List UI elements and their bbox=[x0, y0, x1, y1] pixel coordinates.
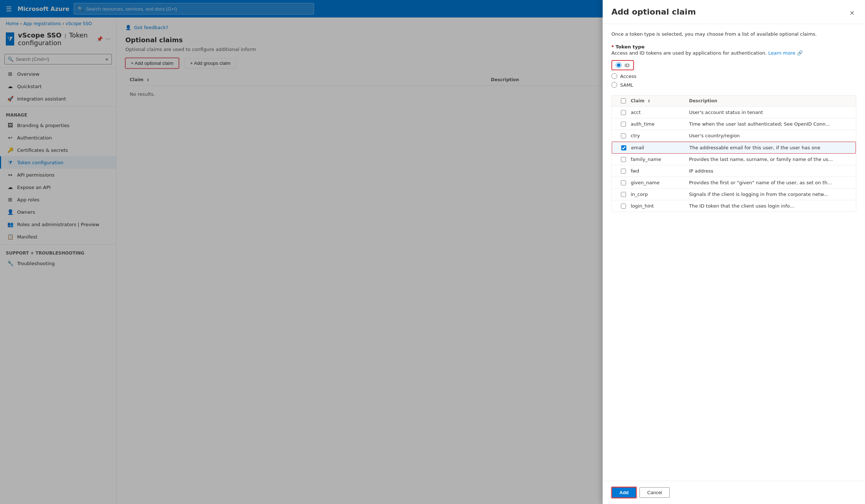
table-row-in-corp: in_corp Signals if the client is logging… bbox=[612, 189, 856, 200]
in-corp-label: in_corp bbox=[631, 192, 689, 197]
login-hint-label: login_hint bbox=[631, 203, 689, 209]
radio-access[interactable] bbox=[611, 73, 617, 79]
given-name-label: given_name bbox=[631, 180, 689, 185]
table-row-auth-time: auth_time Time when the user last authen… bbox=[612, 118, 856, 130]
radio-saml[interactable] bbox=[611, 82, 617, 88]
given-name-checkbox[interactable] bbox=[621, 180, 626, 185]
in-corp-desc: Signals if the client is logging in from… bbox=[689, 192, 852, 197]
ctry-desc: User's country/region bbox=[689, 133, 852, 138]
panel-col-desc: Description bbox=[689, 98, 852, 103]
family-name-desc: Provides the last name, surname, or fami… bbox=[689, 157, 852, 162]
header-checkbox-cell bbox=[616, 98, 631, 103]
family-name-checkbox[interactable] bbox=[621, 157, 626, 162]
required-asterisk: * bbox=[611, 44, 614, 50]
cancel-button[interactable]: Cancel bbox=[639, 487, 669, 498]
auth-time-checkbox-cell bbox=[616, 122, 631, 127]
acct-checkbox[interactable] bbox=[621, 110, 626, 115]
table-row-ctry: ctry User's country/region bbox=[612, 130, 856, 142]
add-optional-claim-panel: Add optional claim × Once a token type i… bbox=[603, 0, 865, 504]
table-row-login-hint: login_hint The ID token that the client … bbox=[612, 200, 856, 212]
ctry-label: ctry bbox=[631, 133, 689, 138]
panel-title: Add optional claim bbox=[611, 7, 696, 16]
radio-access-label: Access bbox=[620, 74, 637, 79]
token-type-label: * Token type bbox=[611, 44, 856, 50]
email-checkbox[interactable] bbox=[621, 145, 626, 150]
claims-table-header-row: Claim ↕ Description bbox=[612, 95, 856, 107]
panel-col-claim: Claim ↕ bbox=[631, 98, 689, 103]
token-type-section: * Token type Access and ID tokens are us… bbox=[611, 44, 856, 88]
fwd-checkbox-cell bbox=[616, 169, 631, 174]
in-corp-checkbox[interactable] bbox=[621, 192, 626, 197]
radio-item-saml[interactable]: SAML bbox=[611, 82, 856, 88]
learn-more-link[interactable]: Learn more 🔗 bbox=[768, 50, 803, 56]
token-type-desc: Access and ID tokens are used by applica… bbox=[611, 50, 856, 56]
email-checkbox-cell bbox=[617, 145, 631, 150]
table-row-email: email The addressable email for this use… bbox=[612, 142, 856, 154]
ctry-checkbox[interactable] bbox=[621, 133, 626, 138]
acct-checkbox-cell bbox=[616, 110, 631, 115]
table-row-fwd: fwd IP address bbox=[612, 165, 856, 177]
panel-sort-icon[interactable]: ↕ bbox=[647, 99, 650, 103]
ctry-checkbox-cell bbox=[616, 133, 631, 138]
in-corp-checkbox-cell bbox=[616, 192, 631, 197]
given-name-checkbox-cell bbox=[616, 180, 631, 185]
fwd-desc: IP address bbox=[689, 168, 852, 174]
acct-desc: User's account status in tenant bbox=[689, 110, 852, 115]
radio-id[interactable] bbox=[616, 62, 622, 68]
panel-footer: Add Cancel bbox=[603, 481, 865, 504]
fwd-label: fwd bbox=[631, 168, 689, 174]
table-row-acct: acct User's account status in tenant bbox=[612, 107, 856, 118]
family-name-label: family_name bbox=[631, 157, 689, 162]
auth-time-desc: Time when the user last authenticated; S… bbox=[689, 121, 852, 127]
login-hint-checkbox[interactable] bbox=[621, 204, 626, 209]
acct-label: acct bbox=[631, 110, 689, 115]
auth-time-checkbox[interactable] bbox=[621, 122, 626, 127]
radio-item-access[interactable]: Access bbox=[611, 73, 856, 79]
email-label: email bbox=[631, 145, 689, 150]
table-row-family-name: family_name Provides the last name, surn… bbox=[612, 154, 856, 165]
id-radio-box: ID bbox=[611, 60, 634, 70]
given-name-desc: Provides the first or "given" name of th… bbox=[689, 180, 852, 185]
claims-panel-table: Claim ↕ Description acct User's account … bbox=[611, 95, 856, 212]
fwd-checkbox[interactable] bbox=[621, 169, 626, 174]
radio-item-id[interactable]: ID bbox=[611, 60, 856, 70]
radio-id-label: ID bbox=[625, 63, 630, 68]
family-name-checkbox-cell bbox=[616, 157, 631, 162]
table-row-given-name: given_name Provides the first or "given"… bbox=[612, 177, 856, 189]
panel-body: Once a token type is selected, you may c… bbox=[603, 24, 865, 481]
select-all-checkbox[interactable] bbox=[621, 98, 626, 103]
login-hint-desc: The ID token that the client uses login … bbox=[689, 203, 852, 209]
panel-desc: Once a token type is selected, you may c… bbox=[611, 31, 856, 37]
token-type-radio-group: ID Access SAML bbox=[611, 60, 856, 88]
auth-time-label: auth_time bbox=[631, 121, 689, 127]
panel-header: Add optional claim × bbox=[603, 0, 865, 24]
panel-close-button[interactable]: × bbox=[848, 7, 856, 18]
email-desc: The addressable email for this user, if … bbox=[689, 145, 851, 150]
radio-saml-label: SAML bbox=[620, 82, 633, 88]
add-button[interactable]: Add bbox=[611, 487, 637, 498]
login-hint-checkbox-cell bbox=[616, 204, 631, 209]
